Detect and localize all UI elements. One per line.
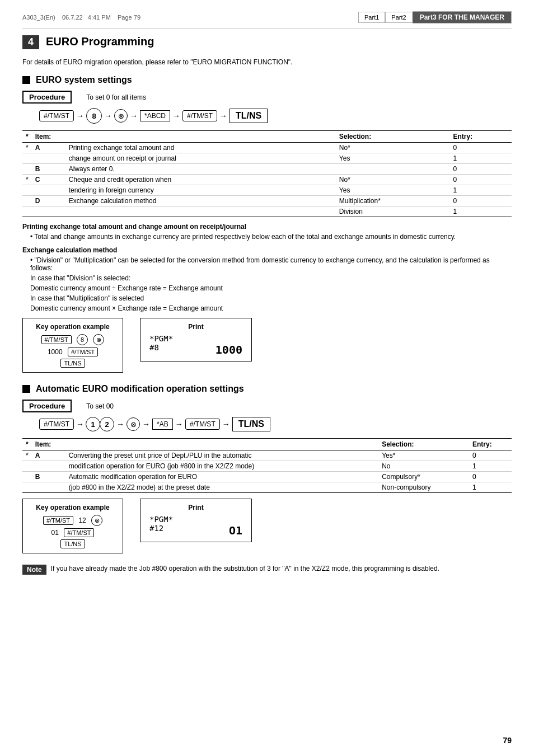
section-title: EURO Programming [46, 35, 154, 48]
row-entry: 1 [450, 206, 512, 217]
table-row: * C Cheque and credit operation when No*… [22, 175, 512, 185]
intro-text: For details of EURO migration operation,… [22, 58, 512, 66]
row-selection: No [378, 461, 469, 472]
row-selection [336, 164, 450, 175]
tab-part3[interactable]: Part3 FOR THE MANAGER [413, 11, 512, 24]
row-selection: Multiplication* [336, 196, 450, 206]
table-row: (job #800 in the X2/Z2 mode) at the pres… [22, 482, 512, 493]
print-line-2b: #12 O1 [149, 524, 242, 537]
th-selection-2: Selection: [378, 439, 469, 450]
row-entry: 0 [469, 450, 512, 461]
row-entry: 1 [469, 461, 512, 472]
procedure-row-1: Procedure To set 0 for all items [22, 91, 512, 104]
arrow-2a: → [76, 420, 84, 429]
explanation-title-1: Printing exchange total amount and chang… [22, 223, 512, 231]
subsection-auto-euro: Automatic EURO modification operation se… [22, 384, 512, 394]
key-op-title-2: Key operation example [32, 504, 114, 511]
print-title-1: Print [149, 323, 242, 331]
print-title-2: Print [149, 504, 242, 511]
explanation-bullet-1: • Total and change amounts in exchange c… [30, 233, 512, 241]
row-entry: 0 [469, 472, 512, 482]
small-key-hash2: #/TM/ST [68, 348, 98, 356]
row-item [32, 482, 65, 493]
row-entry: 0 [450, 164, 512, 175]
note-label: Note [22, 565, 46, 575]
example-keys-2: #/TM/ST 12 ⊗ 01 #/TM/ST TL/NS [32, 515, 114, 548]
print-line-1a: *PGM* [149, 334, 242, 343]
print-line-2a: *PGM* [149, 515, 242, 524]
small-key-tlns2: TL/NS [60, 539, 85, 548]
row-selection: Yes* [378, 450, 469, 461]
row-star: * [22, 175, 32, 185]
row-selection: Yes [336, 185, 450, 196]
circle-x-small2: ⊗ [91, 515, 102, 526]
row-entry: 1 [450, 185, 512, 196]
arrow-1c: → [130, 111, 138, 120]
division-formula: Domestic currency amount ÷ Exchange rate… [30, 284, 512, 292]
example-print-row-2: Key operation example #/TM/ST 12 ⊗ 01 #/… [22, 499, 512, 553]
small-key-hash3: #/TM/ST [43, 516, 73, 525]
row-item: C [32, 175, 65, 185]
row-star [22, 482, 32, 493]
row-item: D [32, 196, 65, 206]
procedure-label-2: Procedure [22, 400, 72, 412]
table-row: change amount on receipt or journal Yes … [22, 153, 512, 164]
key-hash-tm-st-2: #/TM/ST [182, 110, 217, 121]
row-star [22, 164, 32, 175]
explanation-1: Printing exchange total amount and chang… [22, 223, 512, 241]
key-op-title-1: Key operation example [32, 323, 114, 331]
th-item-1: Item: [32, 131, 65, 143]
key-tl-ns-2: TL/NS [232, 417, 270, 431]
table-row: tendering in foreign currency Yes 1 [22, 185, 512, 196]
arrow-1b: → [104, 111, 112, 120]
table-row: modification operation for EURO (job #80… [22, 461, 512, 472]
print-1000: 1000 [216, 343, 242, 356]
diagram-row-2: #/TM/ST → 1 2 → ⊗ → *AB → #/TM/ST → TL/N… [39, 417, 512, 431]
row-item: B [32, 472, 65, 482]
table-row: * A Converting the preset unit price of … [22, 450, 512, 461]
print-content-2: *PGM* #12 O1 [149, 515, 242, 537]
note-text: If you have already made the Job #800 op… [51, 565, 439, 572]
arrow-2e: → [222, 420, 230, 429]
row-selection: No* [336, 143, 450, 153]
row-item: A [32, 450, 65, 461]
row-selection: Yes [336, 153, 450, 164]
note-box: Note If you have already made the Job #8… [22, 565, 512, 575]
row-desc: Exchange calculation method [65, 196, 336, 206]
th-entry-2: Entry: [469, 439, 512, 450]
th-desc-1 [65, 131, 336, 143]
tab-part1[interactable]: Part1 [358, 12, 385, 23]
example-print-row-1: Key operation example #/TM/ST 8 ⊗ 1000 #… [22, 318, 512, 373]
row-entry: 0 [450, 143, 512, 153]
print-box-1: Print *PGM* #8 1000 [140, 318, 252, 361]
procedure-row-2: Procedure To set 00 [22, 400, 512, 412]
small-key-hash: #/TM/ST [41, 335, 72, 344]
row-desc: Converting the preset unit price of Dept… [65, 450, 378, 461]
row-selection: Division [336, 206, 450, 217]
row-selection: Compulsory* [378, 472, 469, 482]
row-item [32, 185, 65, 196]
th-item-2: Item: [32, 439, 65, 450]
num-12: 12 [78, 516, 86, 524]
explanation-2: Exchange calculation method • "Division"… [22, 246, 512, 312]
row-entry: 1 [469, 482, 512, 493]
row-star [22, 461, 32, 472]
euro-system-table: * Item: Selection: Entry: * A Printing e… [22, 130, 512, 217]
small-key-hash4: #/TM/ST [64, 528, 94, 537]
multiplication-selected: In case that "Multiplication" is selecte… [30, 294, 512, 302]
row-desc: Printing exchange total amount and [65, 143, 336, 153]
row-star: * [22, 143, 32, 153]
print-content-1: *PGM* #8 1000 [149, 334, 242, 356]
doc-date: 06.7.22 [62, 14, 83, 21]
row-desc: Cheque and credit operation when [65, 175, 336, 185]
print-hash12: #12 [149, 524, 163, 537]
explanation-title-2: Exchange calculation method [22, 246, 512, 254]
row-desc: Always enter 0. [65, 164, 336, 175]
arrow-2d: → [175, 420, 183, 429]
table-row: D Exchange calculation method Multiplica… [22, 196, 512, 206]
row-desc: change amount on receipt or journal [65, 153, 336, 164]
row-desc: tendering in foreign currency [65, 185, 336, 196]
arrow-1e: → [219, 111, 227, 120]
key-hash-tm-st-1: #/TM/ST [39, 110, 74, 121]
tab-part2[interactable]: Part2 [385, 12, 412, 23]
